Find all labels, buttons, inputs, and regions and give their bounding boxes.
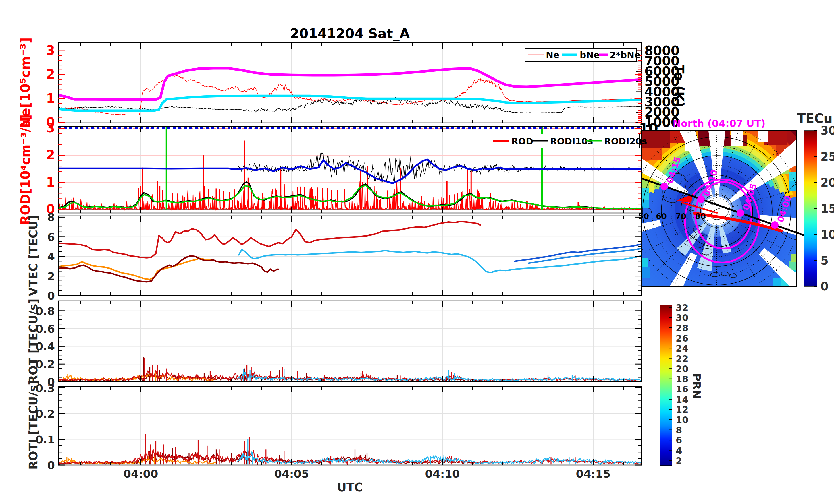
series-RODI-blue bbox=[58, 160, 641, 183]
tecu-tick-label: 0 bbox=[820, 280, 829, 293]
ytick-label-p3: 4 bbox=[47, 250, 55, 263]
ytick-label-p5: 0.1 bbox=[36, 433, 55, 446]
ytick-label-p2: 3 bbox=[46, 120, 55, 135]
legend-rod-label: ROD bbox=[511, 136, 533, 146]
series-2*bNe bbox=[58, 68, 641, 99]
te-tick-label: 8000 bbox=[644, 43, 679, 58]
ytick-label-p1: 2 bbox=[46, 67, 55, 82]
ytick-label-p2: 2 bbox=[46, 147, 55, 162]
prn-tick-label: 14 bbox=[676, 394, 689, 405]
lat-label: 60 bbox=[656, 212, 667, 221]
ytick-label-p1: 3 bbox=[46, 43, 55, 58]
ytick-label-p4: 0.6 bbox=[36, 323, 55, 335]
figure-canvas: 20141204 Sat_A Ne[10⁵cm⁻³] ROD[10⁴cm⁻³/s… bbox=[0, 0, 834, 504]
prn-tick-label: 10 bbox=[676, 414, 689, 426]
legend-bne-label: bNe bbox=[580, 50, 599, 60]
legend-ne: Ne bNe 2*bNe bbox=[525, 48, 640, 62]
tecu-tick-label: 5 bbox=[820, 254, 829, 267]
prn-tick-label: 30 bbox=[676, 312, 689, 323]
y-label-vtec: VTEC [TECU] bbox=[27, 215, 40, 296]
ytick-label-p1: 1 bbox=[46, 91, 55, 106]
xtick-label: 04:05 bbox=[275, 467, 309, 480]
prn-tick-label: 18 bbox=[676, 374, 689, 385]
chart-panels: 012301230246800.20.40.60.800.10.20.31000… bbox=[36, 43, 680, 480]
tecu-colorbar-title: TECu bbox=[797, 111, 833, 126]
track-time-dot bbox=[697, 196, 705, 203]
legend-2bne-label: 2*bNe bbox=[610, 50, 640, 60]
ytick-label-p5: 0.3 bbox=[36, 382, 55, 395]
ytick-label-p2: 1 bbox=[46, 175, 55, 189]
tecu-colorbar: 051015202530 bbox=[804, 124, 834, 293]
tecu-tick-label: 20 bbox=[820, 176, 834, 189]
track-time-dot bbox=[771, 221, 778, 229]
prn-tick-label: 8 bbox=[676, 425, 682, 436]
ytick-label-p4: 0.4 bbox=[36, 340, 55, 353]
tecu-tick-label: 15 bbox=[820, 202, 834, 215]
ytick-label-p3: 2 bbox=[47, 270, 55, 283]
xtick-label: 04:10 bbox=[425, 467, 460, 480]
y-label-rod: ROD[10⁴cm⁻³/s] bbox=[18, 114, 33, 225]
tecu-tick-label: 10 bbox=[820, 228, 834, 241]
ytick-label-p5: 0 bbox=[47, 459, 55, 472]
x-label-utc: UTC bbox=[337, 481, 363, 494]
map-title: North (04:07 UT) bbox=[673, 118, 766, 129]
lat-label: 70 bbox=[675, 212, 686, 221]
track-time-dot bbox=[660, 183, 668, 190]
prn-tick-label: 28 bbox=[676, 323, 689, 334]
ytick-label-p3: 8 bbox=[47, 211, 55, 224]
legend-rodi20-label: RODI20s bbox=[604, 136, 647, 146]
ytick-label-p5: 0.2 bbox=[36, 408, 55, 420]
prn-tick-label: 22 bbox=[676, 353, 689, 364]
ytick-label-p3: 0 bbox=[47, 290, 55, 302]
xtick-label: 04:15 bbox=[576, 467, 611, 480]
prn-tick-label: 12 bbox=[676, 404, 689, 415]
prn-tick-label: 20 bbox=[676, 363, 689, 374]
prn-tick-label: 26 bbox=[676, 333, 689, 344]
figure-window: 20141204 Sat_A Ne[10⁵cm⁻³] ROD[10⁴cm⁻³/s… bbox=[0, 0, 834, 504]
legend-ne-label: Ne bbox=[546, 50, 559, 60]
ytick-label-p3: 6 bbox=[47, 231, 55, 244]
tecu-tick-label: 25 bbox=[820, 150, 834, 163]
prn-tick-label: 6 bbox=[676, 435, 682, 446]
prn-tick-label: 32 bbox=[676, 302, 689, 313]
series-VTEC-maroon bbox=[58, 256, 278, 282]
lat-label: 50 bbox=[638, 212, 649, 221]
track-time-dot bbox=[737, 209, 744, 217]
series-VTEC-ltblue bbox=[239, 249, 641, 272]
prn-tick-label: 2 bbox=[676, 455, 682, 466]
prn-colorbar: 2468101214161820222426283032 bbox=[660, 302, 689, 466]
prn-tick-label: 16 bbox=[676, 384, 689, 395]
prn-tick-label: 4 bbox=[676, 445, 682, 456]
ytick-label-p4: 0.2 bbox=[36, 358, 55, 370]
legend-rod: ROD RODI10s RODI20s bbox=[490, 134, 647, 148]
lat-label: 80 bbox=[695, 212, 706, 221]
xtick-label: 04:00 bbox=[124, 467, 158, 480]
prn-tick-label: 24 bbox=[676, 343, 689, 354]
tecu-tick-label: 30 bbox=[820, 124, 834, 137]
ytick-label-p4: 0.8 bbox=[36, 305, 55, 317]
chart-title: 20141204 Sat_A bbox=[290, 26, 410, 41]
prn-colorbar-label: PRN bbox=[690, 373, 703, 399]
